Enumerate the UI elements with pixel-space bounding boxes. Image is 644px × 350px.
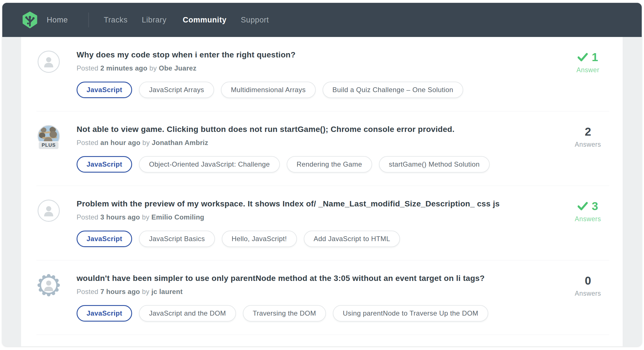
answers-summary: 2 Answers [567,125,609,148]
question-title[interactable]: Why does my code stop when i enter the r… [77,50,567,60]
question-content: Not able to view game. Clicking button d… [77,125,567,173]
default-avatar-icon [38,200,60,222]
by-label: by [142,139,150,146]
avatar[interactable] [38,51,60,73]
question-meta: Posted 2 minutes ago by Obe Juarez [77,64,567,72]
tag-pill[interactable]: JavaScript [77,231,132,247]
answers-label: Answer [567,66,609,74]
nav-divider [88,13,89,27]
tag-pill[interactable]: JavaScript [77,156,132,173]
tag-pill[interactable]: Traversing the DOM [243,305,326,322]
question-meta: Posted an hour ago by Jonathan Ambriz [77,139,567,147]
tag-pill[interactable]: Multidimensional Arrays [221,82,316,98]
author-name[interactable]: Jonathan Ambriz [152,139,208,146]
answers-count: 1 [567,51,609,64]
tag-pill[interactable]: Add JavaScript to HTML [304,231,400,247]
answers-label: Answers [567,215,609,223]
author-name[interactable]: Emilio Comiling [151,213,204,221]
check-icon [578,202,588,210]
question-title[interactable]: Not able to view game. Clicking button d… [77,125,567,134]
tag-pill[interactable]: JavaScript [77,82,132,98]
posted-label: Posted [77,288,99,295]
author-name[interactable]: jc laurent [151,288,183,295]
tag-list: JavaScript JavaScript and the DOM Traver… [77,305,567,322]
answers-count: 3 [567,200,609,213]
default-avatar-icon [38,51,60,73]
question-row[interactable]: PLUS Not able to view game. Clicking but… [36,111,609,186]
posted-time: 2 minutes ago [101,64,147,72]
posted-label: Posted [77,64,99,72]
tag-pill[interactable]: startGame() Method Solution [379,156,490,173]
tag-pill[interactable]: JavaScript Arrays [139,82,214,98]
treehouse-logo-icon[interactable] [22,11,38,29]
avatar[interactable] [38,200,60,222]
answers-summary: 3 Answers [567,200,609,223]
nav-item-tracks[interactable]: Tracks [104,16,128,24]
person-icon [42,204,55,217]
question-list: Why does my code stop when i enter the r… [21,37,623,346]
posted-time: 7 hours ago [101,288,140,295]
tag-pill[interactable]: JavaScript and the DOM [139,305,236,322]
tag-pill[interactable]: Build a Quiz Challenge – One Solution [323,82,463,98]
question-title[interactable]: wouldn't have been simpler to use only p… [77,274,567,283]
author-name[interactable]: Obe Juarez [159,64,196,72]
nav-item-community[interactable]: Community [183,16,227,24]
app-window: Home Tracks Library Community Support [2,3,642,346]
person-icon [42,55,55,68]
answers-count: 2 [567,125,609,138]
by-label: by [142,213,149,221]
answers-label: Answers [567,141,609,148]
answers-label: Answers [567,290,609,297]
question-row[interactable]: wouldn't have been simpler to use only p… [36,260,609,335]
tag-pill[interactable]: JavaScript [77,305,132,322]
page-background: Why does my code stop when i enter the r… [2,37,642,346]
posted-label: Posted [77,139,99,146]
tag-list: JavaScript Object-Oriented JavaScript: C… [77,156,567,173]
tag-pill[interactable]: Hello, JavaScript! [222,231,297,247]
by-label: by [142,288,149,295]
tag-pill[interactable]: JavaScript Basics [139,231,215,247]
tag-pill[interactable]: Using parentNode to Traverse Up the DOM [333,305,488,322]
seal-avatar-icon [37,273,61,297]
question-title[interactable]: Problem with the preview of my workspace… [77,199,567,209]
nav-item-home[interactable]: Home [47,16,68,24]
tag-list: JavaScript JavaScript Arrays Multidimens… [77,82,567,98]
answers-summary: 1 Answer [567,51,609,74]
nav-item-support[interactable]: Support [241,16,269,24]
tag-pill[interactable]: Rendering the Game [287,156,372,173]
question-content: wouldn't have been simpler to use only p… [77,274,567,322]
tag-list: JavaScript JavaScript Basics Hello, Java… [77,231,567,247]
question-row[interactable]: Why does my code stop when i enter the r… [36,37,609,111]
answers-count: 0 [567,274,609,287]
answers-summary: 0 Answers [567,274,609,297]
nav-item-library[interactable]: Library [142,16,167,24]
avatar[interactable] [38,274,60,297]
posted-time: 3 hours ago [101,213,140,221]
top-navbar: Home Tracks Library Community Support [2,3,642,37]
by-label: by [149,64,157,72]
question-meta: Posted 7 hours ago by jc laurent [77,288,567,296]
posted-time: an hour ago [101,139,141,146]
plus-badge: PLUS [38,141,59,150]
check-icon [578,53,588,61]
tag-pill[interactable]: Object-Oriented JavaScript: Challenge [139,156,280,173]
question-content: Problem with the preview of my workspace… [77,200,567,247]
question-meta: Posted 3 hours ago by Emilio Comiling [77,213,567,221]
question-row[interactable]: Problem with the preview of my workspace… [36,186,609,260]
question-content: Why does my code stop when i enter the r… [77,51,567,98]
posted-label: Posted [77,213,99,221]
avatar[interactable]: PLUS [38,125,60,147]
